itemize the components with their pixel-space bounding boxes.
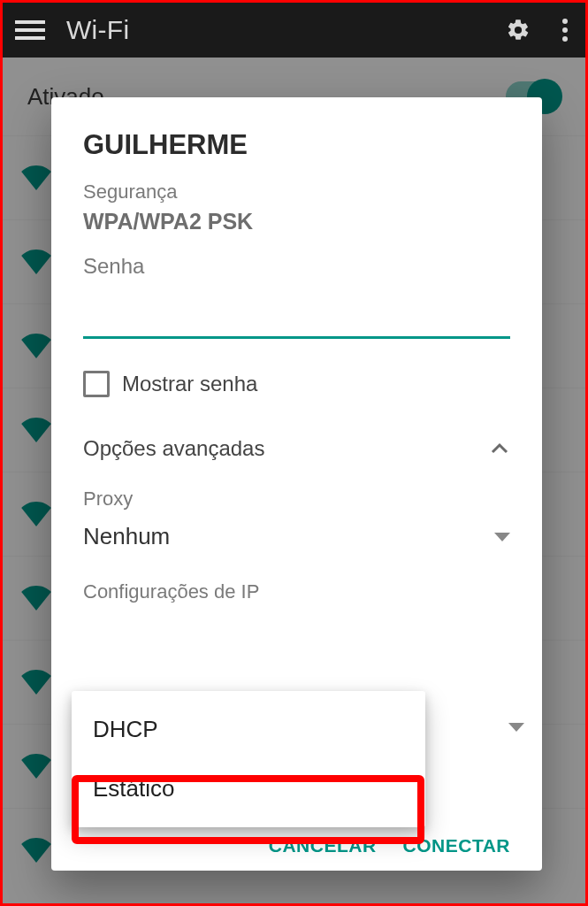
- dialog-title: GUILHERME: [83, 129, 510, 161]
- ip-settings-label: Configurações de IP: [83, 580, 510, 603]
- more-icon[interactable]: [557, 19, 573, 42]
- proxy-value: Nenhum: [83, 523, 170, 550]
- security-label: Segurança: [83, 180, 510, 203]
- menu-icon[interactable]: [15, 20, 45, 40]
- checkbox-unchecked-icon[interactable]: [83, 371, 110, 397]
- ip-option-dhcp[interactable]: DHCP: [72, 700, 425, 759]
- gear-icon[interactable]: [506, 18, 531, 42]
- advanced-label: Opções avançadas: [83, 436, 264, 461]
- security-value: WPA/WPA2 PSK: [83, 209, 510, 234]
- proxy-label: Proxy: [83, 488, 510, 511]
- ip-settings-dropdown: DHCP Estático: [72, 691, 425, 827]
- show-password-row[interactable]: Mostrar senha: [83, 371, 510, 397]
- chevron-up-icon: [489, 438, 510, 459]
- appbar-title: Wi-Fi: [66, 15, 506, 45]
- chevron-down-icon: [508, 723, 524, 732]
- password-label: Senha: [83, 254, 510, 279]
- dialog-buttons: CANCELAR CONECTAR: [269, 835, 510, 856]
- chevron-down-icon: [494, 533, 510, 541]
- cancel-button[interactable]: CANCELAR: [269, 835, 377, 856]
- connect-button[interactable]: CONECTAR: [403, 835, 510, 856]
- advanced-options-toggle[interactable]: Opções avançadas: [83, 436, 510, 461]
- password-input[interactable]: [83, 286, 510, 339]
- proxy-dropdown[interactable]: Nenhum: [83, 523, 510, 550]
- app-bar: Wi-Fi: [3, 3, 585, 58]
- show-password-label: Mostrar senha: [122, 372, 257, 396]
- ip-option-static[interactable]: Estático: [72, 759, 425, 818]
